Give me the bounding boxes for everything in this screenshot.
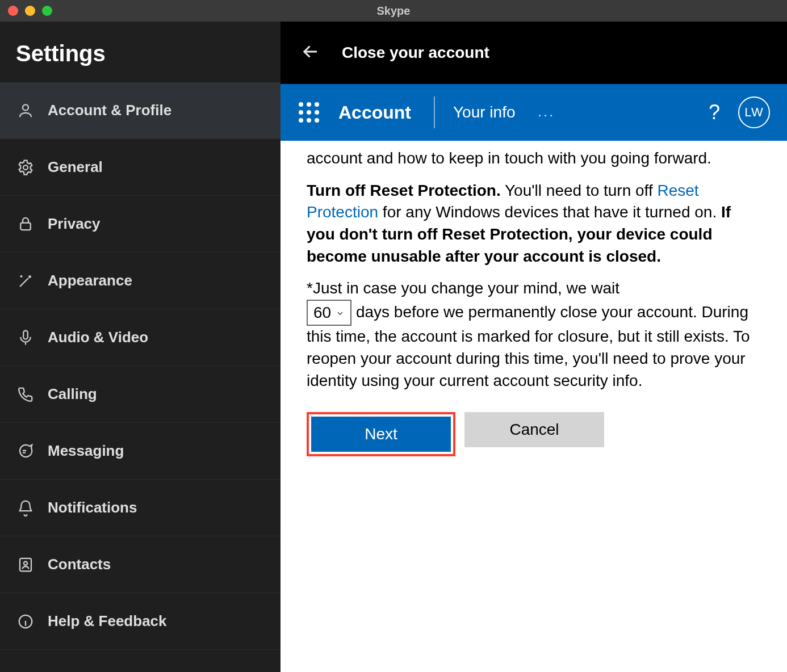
- more-menu-icon[interactable]: ...: [538, 105, 555, 120]
- info-icon: [16, 612, 35, 631]
- wait-period-value: 60: [313, 302, 331, 324]
- content-title: Close your account: [342, 44, 489, 62]
- sidebar-item-label: Messaging: [48, 442, 124, 460]
- sidebar-item-label: Account & Profile: [48, 102, 171, 119]
- sidebar-item-audio-video[interactable]: Audio & Video: [0, 309, 281, 366]
- reset-protection-text1: You'll need to turn off: [501, 182, 658, 199]
- cancel-button[interactable]: Cancel: [464, 412, 604, 447]
- body-paragraph-reset-protection: Turn off Reset Protection. You'll need t…: [307, 180, 761, 268]
- sidebar-item-contacts[interactable]: Contacts: [0, 536, 281, 593]
- next-button[interactable]: Next: [311, 417, 451, 452]
- contacts-icon: [16, 555, 35, 574]
- sidebar-item-label: Help & Feedback: [48, 612, 167, 630]
- sidebar-item-privacy[interactable]: Privacy: [0, 196, 281, 253]
- sidebar-item-label: Audio & Video: [48, 329, 148, 346]
- chevron-down-icon: [336, 309, 345, 318]
- sidebar-item-appearance[interactable]: Appearance: [0, 253, 281, 309]
- sidebar-item-label: Contacts: [48, 556, 111, 573]
- reset-protection-lead: Turn off Reset Protection.: [307, 182, 501, 199]
- microphone-icon: [16, 328, 35, 347]
- microsoft-header: Account Your info ... ? LW: [281, 84, 787, 141]
- wait-text-after: days before we permanently close your ac…: [307, 303, 750, 389]
- svg-rect-2: [20, 222, 31, 230]
- sidebar-item-general[interactable]: General: [0, 139, 281, 196]
- wait-text-before: *Just in case you change your mind, we w…: [307, 279, 619, 297]
- sidebar-item-messaging[interactable]: Messaging: [0, 423, 281, 480]
- chat-icon: [16, 442, 35, 461]
- sidebar-item-label: Calling: [48, 385, 97, 403]
- ms-your-info-link[interactable]: Your info: [453, 103, 516, 121]
- button-row: Next Cancel: [307, 412, 761, 456]
- divider: [434, 96, 435, 128]
- phone-icon: [16, 385, 35, 404]
- svg-point-0: [23, 104, 28, 110]
- bell-icon: [16, 498, 35, 518]
- sidebar-item-label: Notifications: [48, 499, 137, 516]
- content-header: Close your account: [281, 22, 787, 84]
- wait-period-select[interactable]: 60: [307, 300, 351, 326]
- window-titlebar: Skype: [0, 0, 787, 22]
- lock-icon: [16, 215, 35, 234]
- wand-icon: [16, 271, 35, 291]
- sidebar-item-help-feedback[interactable]: Help & Feedback: [0, 593, 281, 650]
- avatar[interactable]: LW: [738, 96, 770, 128]
- content-pane: Close your account Account Your info ...…: [281, 22, 787, 672]
- gear-icon: [16, 158, 35, 177]
- sidebar-item-label: Appearance: [48, 272, 132, 289]
- back-arrow-icon[interactable]: [300, 41, 321, 65]
- app-launcher-icon[interactable]: [298, 101, 320, 124]
- svg-rect-3: [23, 330, 28, 339]
- body-paragraph-intro: account and how to keep in touch with yo…: [307, 148, 761, 170]
- svg-point-1: [23, 165, 28, 170]
- window-title: Skype: [0, 5, 787, 18]
- sidebar-item-label: General: [48, 158, 103, 176]
- reset-protection-text2: for any Windows devices that have it tur…: [378, 203, 721, 221]
- close-window-button[interactable]: [8, 6, 18, 16]
- wait-period-paragraph: *Just in case you change your mind, we w…: [307, 278, 761, 392]
- svg-point-5: [24, 561, 27, 565]
- close-account-body: account and how to keep in touch with yo…: [281, 141, 787, 672]
- sidebar-item-notifications[interactable]: Notifications: [0, 480, 281, 536]
- sidebar-item-account-profile[interactable]: Account & Profile: [0, 82, 281, 139]
- sidebar-item-label: Privacy: [48, 215, 101, 233]
- minimize-window-button[interactable]: [25, 6, 35, 16]
- ms-account-label[interactable]: Account: [338, 102, 411, 123]
- user-icon: [16, 101, 35, 120]
- settings-sidebar: Settings Account & Profile General Priva…: [0, 22, 281, 672]
- settings-title: Settings: [0, 22, 281, 82]
- zoom-window-button[interactable]: [42, 6, 52, 16]
- sidebar-item-calling[interactable]: Calling: [0, 366, 281, 423]
- highlight-frame: Next: [307, 412, 455, 456]
- help-icon[interactable]: ?: [709, 100, 720, 124]
